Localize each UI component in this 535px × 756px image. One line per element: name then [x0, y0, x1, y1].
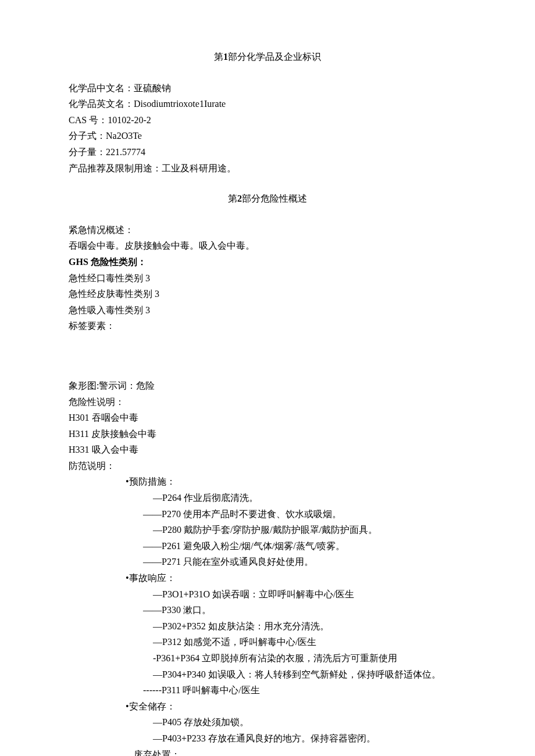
spacer — [69, 335, 466, 349]
p271: ——P271 只能在室外或通风良好处使用。 — [69, 554, 466, 569]
p330: ——P330 漱口。 — [69, 603, 466, 618]
recommended-use: 产品推荐及限制用途：工业及科研用途。 — [69, 161, 466, 176]
p302: —P302+P352 如皮肤沾染：用水充分清洗。 — [69, 619, 466, 634]
label: 分子式： — [69, 131, 106, 141]
p261: ——P261 避免吸入粉尘/烟/气体/烟雾/蒸气/喷雾。 — [69, 539, 466, 554]
molecular-weight: 分子量：221.57774 — [69, 145, 466, 160]
p405: —P405 存放处须加锁。 — [69, 715, 466, 730]
value: 工业及科研用途。 — [162, 163, 236, 173]
cas-number: CAS 号：10102-20-2 — [69, 113, 466, 128]
section1-title: 第1部分化学品及企业标识 — [69, 49, 466, 65]
label: 分子量： — [69, 147, 106, 157]
h311: H311 皮肤接触会中毒 — [69, 427, 466, 442]
disposal-header: 废弃处置： — [69, 747, 466, 756]
emergency-text: 吞咽会中毒。皮肤接触会中毒。吸入会中毒。 — [69, 238, 466, 253]
p311: ------P311 呼叫解毒中心/医生 — [69, 683, 466, 698]
storage-header: •安全储存： — [69, 699, 466, 714]
label-elements: 标签要素： — [69, 318, 466, 334]
p301: —P3O1+P31O 如误吞咽：立即呼叫解毒中心/医生 — [69, 587, 466, 602]
document-page: 第1部分化学品及企业标识 化学品中文名：亚硫酸钠 化学品英文名：Disodium… — [0, 0, 535, 756]
chem-name-cn: 化学品中文名：亚硫酸钠 — [69, 81, 466, 96]
value: 亚硫酸钠 — [134, 83, 171, 93]
spacer — [69, 364, 466, 378]
ghs-cat-3: 急性吸入毒性类别 3 — [69, 303, 466, 318]
p312: —P312 如感觉不适，呼叫解毒中心/医生 — [69, 635, 466, 650]
spacer — [69, 177, 466, 191]
label: 产品推荐及限制用途： — [69, 163, 162, 173]
p280: —P280 戴防护手套/穿防护服/戴防护眼罩/戴防护面具。 — [69, 522, 466, 538]
h331: H331 吸入会中毒 — [69, 442, 466, 457]
ghs-cat-1: 急性经口毒性类别 3 — [69, 271, 466, 286]
precaution-label: 防范说明： — [69, 458, 466, 474]
value: 10102-20-2 — [108, 115, 151, 125]
value: Na2O3Te — [106, 131, 142, 141]
p361: -P361+P364 立即脱掉所有沾染的衣服，清洗后方可重新使用 — [69, 651, 466, 666]
p264: —P264 作业后彻底清洗。 — [69, 490, 466, 506]
ghs-cat-2: 急性经皮肤毒性类别 3 — [69, 286, 466, 302]
title-prefix: 第 — [228, 194, 237, 203]
title-suffix: 部分危险性概述 — [242, 194, 307, 203]
spacer — [69, 349, 466, 364]
h301: H301 吞咽会中毒 — [69, 410, 466, 425]
prevention-header: •预防措施： — [69, 474, 466, 489]
label: CAS 号： — [69, 115, 108, 125]
pictogram-signal: 象形图:警示词：危险 — [69, 378, 466, 393]
value: 221.57774 — [106, 147, 145, 157]
molecular-formula: 分子式：Na2O3Te — [69, 128, 466, 144]
title-num: 2 — [237, 194, 242, 203]
response-header: •事故响应： — [69, 571, 466, 586]
hazard-statement-label: 危险性说明： — [69, 395, 466, 410]
title-num: 1 — [223, 52, 228, 62]
section2-title: 第2部分危险性概述 — [69, 191, 466, 206]
ghs-label: GHS 危险性类别： — [69, 255, 466, 270]
p403: —P403+P233 存放在通风良好的地方。保持容器密闭。 — [69, 731, 466, 746]
p270: ——P270 使用本产品时不要进食、饮水或吸烟。 — [69, 507, 466, 522]
emergency-label: 紧急情况概述： — [69, 223, 466, 238]
label: 化学品中文名： — [69, 83, 134, 93]
chem-name-en: 化学品英文名：Disodiumtrioxote1Iurate — [69, 96, 466, 112]
p304: —P304+P340 如误吸入：将人转移到空气新鲜处，保持呼吸舒适体位。 — [69, 667, 466, 682]
title-suffix: 部分化学品及企业标识 — [228, 52, 321, 62]
title-prefix: 第 — [214, 52, 223, 62]
label: 化学品英文名： — [69, 99, 134, 109]
value: Disodiumtrioxote1Iurate — [134, 99, 226, 109]
